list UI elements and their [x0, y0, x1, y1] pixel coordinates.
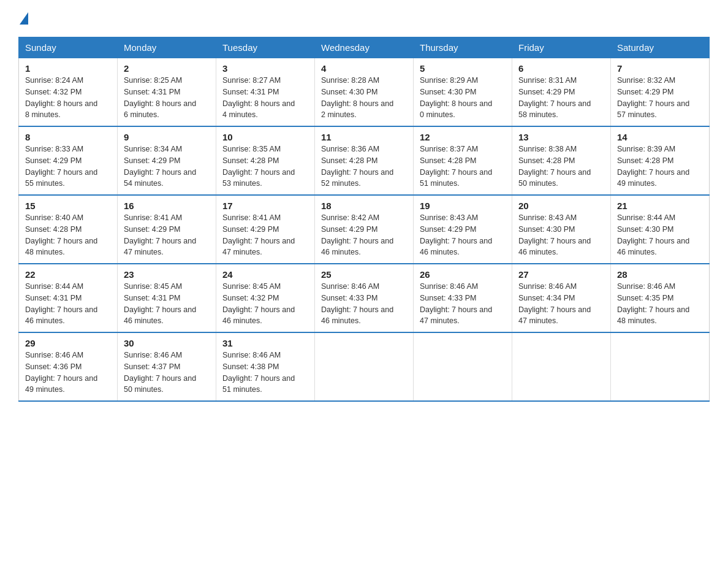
calendar-cell: 30Sunrise: 8:46 AMSunset: 4:37 PMDayligh…: [118, 332, 216, 401]
day-info: Sunrise: 8:24 AMSunset: 4:32 PMDaylight:…: [25, 75, 111, 121]
day-info: Sunrise: 8:32 AMSunset: 4:29 PMDaylight:…: [617, 75, 703, 121]
day-number: 1: [25, 63, 111, 74]
day-number: 19: [420, 201, 506, 211]
calendar-cell: 3Sunrise: 8:27 AMSunset: 4:31 PMDaylight…: [216, 58, 315, 127]
day-number: 23: [124, 269, 210, 280]
calendar-cell: 5Sunrise: 8:29 AMSunset: 4:30 PMDaylight…: [414, 58, 512, 127]
day-info: Sunrise: 8:44 AMSunset: 4:30 PMDaylight:…: [617, 212, 703, 258]
calendar-cell: 26Sunrise: 8:46 AMSunset: 4:33 PMDayligh…: [414, 264, 512, 332]
day-number: 31: [222, 338, 308, 348]
day-info: Sunrise: 8:25 AMSunset: 4:31 PMDaylight:…: [124, 75, 210, 121]
calendar-cell: 16Sunrise: 8:41 AMSunset: 4:29 PMDayligh…: [118, 195, 216, 264]
calendar-week-2: 8Sunrise: 8:33 AMSunset: 4:29 PMDaylight…: [19, 126, 710, 195]
calendar-week-3: 15Sunrise: 8:40 AMSunset: 4:28 PMDayligh…: [19, 195, 710, 264]
calendar-cell: 13Sunrise: 8:38 AMSunset: 4:28 PMDayligh…: [512, 126, 611, 195]
calendar-table: SundayMondayTuesdayWednesdayThursdayFrid…: [18, 37, 710, 402]
day-info: Sunrise: 8:37 AMSunset: 4:28 PMDaylight:…: [420, 144, 506, 190]
calendar-cell: [611, 332, 710, 401]
day-info: Sunrise: 8:38 AMSunset: 4:28 PMDaylight:…: [518, 144, 604, 190]
day-number: 18: [321, 201, 407, 211]
day-number: 10: [222, 132, 308, 142]
day-number: 7: [617, 63, 703, 74]
day-number: 3: [222, 63, 308, 74]
day-number: 29: [25, 338, 111, 348]
day-info: Sunrise: 8:35 AMSunset: 4:28 PMDaylight:…: [222, 144, 308, 190]
logo: [18, 12, 29, 25]
day-info: Sunrise: 8:31 AMSunset: 4:29 PMDaylight:…: [518, 75, 604, 121]
calendar-cell: 15Sunrise: 8:40 AMSunset: 4:28 PMDayligh…: [19, 195, 118, 264]
day-number: 4: [321, 63, 407, 74]
day-number: 16: [124, 201, 210, 211]
day-number: 14: [617, 132, 703, 142]
column-header-thursday: Thursday: [414, 37, 512, 58]
calendar-cell: 12Sunrise: 8:37 AMSunset: 4:28 PMDayligh…: [414, 126, 512, 195]
day-number: 17: [222, 201, 308, 211]
day-info: Sunrise: 8:39 AMSunset: 4:28 PMDaylight:…: [617, 144, 703, 190]
calendar-cell: 11Sunrise: 8:36 AMSunset: 4:28 PMDayligh…: [315, 126, 414, 195]
day-info: Sunrise: 8:34 AMSunset: 4:29 PMDaylight:…: [124, 144, 210, 190]
calendar-cell: 10Sunrise: 8:35 AMSunset: 4:28 PMDayligh…: [216, 126, 315, 195]
day-info: Sunrise: 8:44 AMSunset: 4:31 PMDaylight:…: [25, 281, 111, 327]
calendar-week-5: 29Sunrise: 8:46 AMSunset: 4:36 PMDayligh…: [19, 332, 710, 401]
day-number: 5: [420, 63, 506, 74]
day-number: 20: [518, 201, 604, 211]
day-info: Sunrise: 8:28 AMSunset: 4:30 PMDaylight:…: [321, 75, 407, 121]
day-number: 30: [124, 338, 210, 348]
column-header-tuesday: Tuesday: [216, 37, 315, 58]
day-number: 11: [321, 132, 407, 142]
calendar-cell: 18Sunrise: 8:42 AMSunset: 4:29 PMDayligh…: [315, 195, 414, 264]
calendar-header: SundayMondayTuesdayWednesdayThursdayFrid…: [19, 37, 710, 58]
day-info: Sunrise: 8:40 AMSunset: 4:28 PMDaylight:…: [25, 212, 111, 258]
day-number: 25: [321, 269, 407, 280]
calendar-cell: 17Sunrise: 8:41 AMSunset: 4:29 PMDayligh…: [216, 195, 315, 264]
day-info: Sunrise: 8:36 AMSunset: 4:28 PMDaylight:…: [321, 144, 407, 190]
logo-triangle-icon: [20, 12, 28, 25]
column-header-wednesday: Wednesday: [315, 37, 414, 58]
day-number: 13: [518, 132, 604, 142]
day-info: Sunrise: 8:42 AMSunset: 4:29 PMDaylight:…: [321, 212, 407, 258]
calendar-cell: 7Sunrise: 8:32 AMSunset: 4:29 PMDaylight…: [611, 58, 710, 127]
column-header-sunday: Sunday: [19, 37, 118, 58]
day-info: Sunrise: 8:46 AMSunset: 4:37 PMDaylight:…: [124, 350, 210, 396]
calendar-cell: [315, 332, 414, 401]
calendar-body: 1Sunrise: 8:24 AMSunset: 4:32 PMDaylight…: [19, 58, 710, 402]
day-info: Sunrise: 8:46 AMSunset: 4:33 PMDaylight:…: [321, 281, 407, 327]
calendar-cell: 19Sunrise: 8:43 AMSunset: 4:29 PMDayligh…: [414, 195, 512, 264]
calendar-cell: 24Sunrise: 8:45 AMSunset: 4:32 PMDayligh…: [216, 264, 315, 332]
calendar-cell: [512, 332, 611, 401]
day-info: Sunrise: 8:27 AMSunset: 4:31 PMDaylight:…: [222, 75, 308, 121]
day-number: 28: [617, 269, 703, 280]
day-number: 9: [124, 132, 210, 142]
calendar-cell: 21Sunrise: 8:44 AMSunset: 4:30 PMDayligh…: [611, 195, 710, 264]
column-header-monday: Monday: [118, 37, 216, 58]
calendar-cell: 31Sunrise: 8:46 AMSunset: 4:38 PMDayligh…: [216, 332, 315, 401]
calendar-cell: 23Sunrise: 8:45 AMSunset: 4:31 PMDayligh…: [118, 264, 216, 332]
day-number: 21: [617, 201, 703, 211]
calendar-cell: 25Sunrise: 8:46 AMSunset: 4:33 PMDayligh…: [315, 264, 414, 332]
day-info: Sunrise: 8:43 AMSunset: 4:29 PMDaylight:…: [420, 212, 506, 258]
calendar-cell: 6Sunrise: 8:31 AMSunset: 4:29 PMDaylight…: [512, 58, 611, 127]
calendar-cell: 4Sunrise: 8:28 AMSunset: 4:30 PMDaylight…: [315, 58, 414, 127]
calendar-cell: [414, 332, 512, 401]
column-header-friday: Friday: [512, 37, 611, 58]
day-number: 8: [25, 132, 111, 142]
day-info: Sunrise: 8:46 AMSunset: 4:36 PMDaylight:…: [25, 350, 111, 396]
calendar-cell: 2Sunrise: 8:25 AMSunset: 4:31 PMDaylight…: [118, 58, 216, 127]
page-header: [18, 12, 710, 25]
calendar-cell: 8Sunrise: 8:33 AMSunset: 4:29 PMDaylight…: [19, 126, 118, 195]
day-info: Sunrise: 8:41 AMSunset: 4:29 PMDaylight:…: [124, 212, 210, 258]
calendar-cell: 28Sunrise: 8:46 AMSunset: 4:35 PMDayligh…: [611, 264, 710, 332]
day-info: Sunrise: 8:43 AMSunset: 4:30 PMDaylight:…: [518, 212, 604, 258]
day-info: Sunrise: 8:45 AMSunset: 4:32 PMDaylight:…: [222, 281, 308, 327]
calendar-cell: 22Sunrise: 8:44 AMSunset: 4:31 PMDayligh…: [19, 264, 118, 332]
calendar-cell: 20Sunrise: 8:43 AMSunset: 4:30 PMDayligh…: [512, 195, 611, 264]
day-number: 22: [25, 269, 111, 280]
day-number: 6: [518, 63, 604, 74]
day-number: 24: [222, 269, 308, 280]
day-info: Sunrise: 8:41 AMSunset: 4:29 PMDaylight:…: [222, 212, 308, 258]
day-info: Sunrise: 8:46 AMSunset: 4:38 PMDaylight:…: [222, 350, 308, 396]
column-header-saturday: Saturday: [611, 37, 710, 58]
day-number: 26: [420, 269, 506, 280]
calendar-week-1: 1Sunrise: 8:24 AMSunset: 4:32 PMDaylight…: [19, 58, 710, 127]
day-info: Sunrise: 8:46 AMSunset: 4:34 PMDaylight:…: [518, 281, 604, 327]
